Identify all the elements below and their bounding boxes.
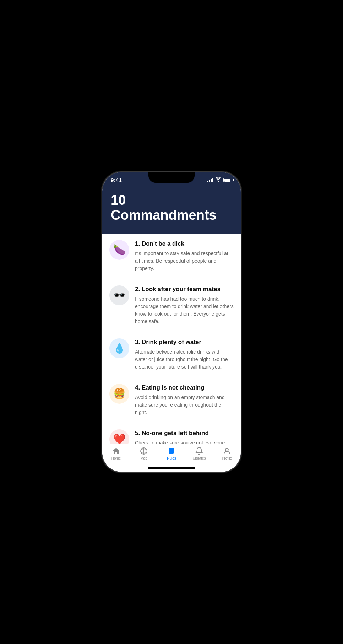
commandment-item-1: 🍆 1. Don't be a dick It's important to s… bbox=[102, 234, 241, 279]
tab-bar: Home Map Rules bbox=[102, 444, 241, 467]
profile-icon bbox=[223, 447, 231, 455]
commandment-item-3: 💧 3. Drink plenty of water Alternate bet… bbox=[102, 332, 241, 377]
tab-map[interactable]: Map bbox=[130, 447, 158, 460]
commandment-title-5: 5. No-one gets left behind bbox=[135, 429, 234, 437]
tab-home-label: Home bbox=[111, 456, 121, 460]
header: 10 Commandments bbox=[102, 186, 241, 234]
rules-icon bbox=[167, 447, 176, 455]
commandment-desc-3: Alternate between alcoholic drinks with … bbox=[135, 348, 234, 371]
phone-screen: 9:41 10 Commandments bbox=[102, 172, 241, 472]
commandment-item-4: 🍔 4. Eating is not cheating Avoid drinki… bbox=[102, 377, 241, 423]
commandment-icon-5: ❤️ bbox=[109, 429, 129, 444]
commandment-icon-4: 🍔 bbox=[109, 384, 129, 404]
content-area[interactable]: 🍆 1. Don't be a dick It's important to s… bbox=[102, 234, 241, 444]
commandment-icon-3: 💧 bbox=[109, 338, 129, 358]
tab-profile-label: Profile bbox=[222, 456, 232, 460]
tab-updates-label: Updates bbox=[192, 456, 206, 460]
tab-home[interactable]: Home bbox=[102, 447, 130, 460]
commandment-icon-2: 🕶️ bbox=[109, 285, 129, 305]
home-indicator bbox=[102, 467, 241, 472]
commandment-item-2: 🕶️ 2. Look after your team mates If some… bbox=[102, 279, 241, 332]
commandment-title-3: 3. Drink plenty of water bbox=[135, 338, 234, 346]
commandment-icon-1: 🍆 bbox=[109, 240, 129, 260]
svg-rect-4 bbox=[170, 451, 173, 451]
page-title: 10 Commandments bbox=[111, 193, 232, 223]
tab-rules-label: Rules bbox=[167, 456, 176, 460]
status-time: 9:41 bbox=[111, 177, 122, 183]
updates-icon bbox=[195, 447, 203, 455]
commandment-title-1: 1. Don't be a dick bbox=[135, 240, 234, 248]
commandment-title-2: 2. Look after your team mates bbox=[135, 285, 234, 293]
svg-point-6 bbox=[225, 448, 228, 451]
svg-rect-5 bbox=[170, 452, 172, 452]
commandment-desc-1: It's important to stay safe and respectf… bbox=[135, 250, 234, 272]
commandment-desc-2: If someone has had too much to drink, en… bbox=[135, 295, 234, 325]
commandment-desc-4: Avoid drinking on an empty stomach and m… bbox=[135, 394, 234, 416]
commandment-desc-5: Check to make sure you've got everyone b… bbox=[135, 439, 234, 444]
phone-frame: 9:41 10 Commandments bbox=[102, 172, 241, 472]
tab-map-label: Map bbox=[140, 456, 147, 460]
tab-profile[interactable]: Profile bbox=[213, 447, 241, 460]
wifi-icon bbox=[216, 177, 221, 183]
signal-bars-icon bbox=[207, 178, 213, 182]
svg-rect-3 bbox=[170, 450, 173, 450]
tab-updates[interactable]: Updates bbox=[185, 447, 213, 460]
battery-icon bbox=[223, 178, 232, 182]
notch bbox=[148, 172, 195, 183]
home-icon bbox=[112, 447, 120, 455]
commandment-title-4: 4. Eating is not cheating bbox=[135, 384, 234, 392]
tab-rules[interactable]: Rules bbox=[158, 447, 185, 460]
status-icons bbox=[207, 177, 232, 183]
map-icon bbox=[140, 447, 148, 455]
commandment-item-5: ❤️ 5. No-one gets left behind Check to m… bbox=[102, 423, 241, 444]
